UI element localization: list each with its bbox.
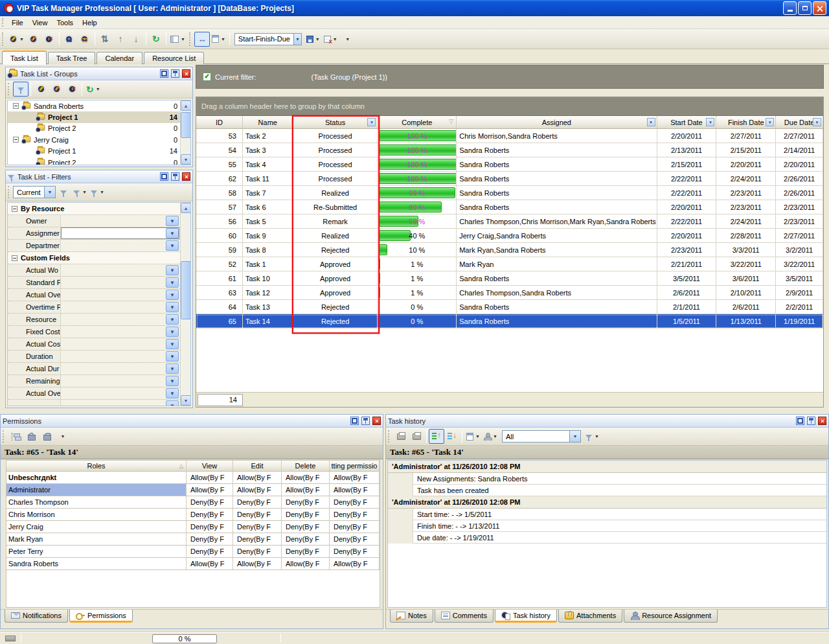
new-task-button[interactable]: ▼ (7, 32, 26, 47)
chevron-down-icon[interactable]: ▼ (166, 302, 179, 312)
chevron-down-icon[interactable]: ▼ (293, 34, 301, 45)
filter-row[interactable]: Actual Ove ▼ (8, 387, 190, 400)
panel-close-button[interactable] (182, 69, 190, 78)
minimize-button[interactable] (783, 1, 797, 15)
delete-group-button[interactable]: x (64, 82, 80, 97)
filter-field-value[interactable] (61, 351, 179, 362)
filter-field-value[interactable] (61, 363, 179, 374)
filter-row[interactable]: Standard F ▼ (8, 277, 190, 289)
filter-chevron-icon[interactable]: ▼ (706, 118, 714, 126)
main-tab[interactable]: Resource List (144, 52, 204, 64)
column-header-due-date[interactable]: Due Date▼ (776, 116, 823, 128)
task-row[interactable]: 59 Task 8 Rejected 10 % Mark Ryan,Sandra… (196, 243, 823, 257)
filter-funnel-icon[interactable]: ▽ (449, 118, 453, 124)
panel-close-button[interactable] (182, 172, 190, 181)
filter-row[interactable]: Actual Cos ▼ (8, 338, 190, 351)
filter-row[interactable]: Resource ▼ (8, 314, 190, 326)
main-tab[interactable]: Task Tree (48, 52, 96, 64)
filter-field-value[interactable] (61, 264, 179, 276)
tree-scrollbar[interactable]: ▲ ▼ (180, 100, 190, 165)
column-header-setting-permission[interactable]: tting permissio (330, 461, 380, 471)
chevron-down-icon[interactable]: ▼ (166, 228, 179, 238)
print-preview-button[interactable] (409, 429, 424, 444)
filter-field-value[interactable] (61, 387, 179, 399)
fit-columns-button[interactable]: ↔ (194, 32, 210, 47)
task-row[interactable]: 64 Task 13 Rejected 0 % Sandra Roberts 2… (196, 300, 823, 314)
save-view-button[interactable]: ▼ (304, 32, 322, 47)
column-header-complete[interactable]: Complete▽ (378, 116, 457, 128)
allow-button[interactable] (23, 429, 39, 444)
clear-filter-button[interactable]: ▼ (89, 185, 106, 200)
chevron-down-icon[interactable]: ▼ (166, 327, 179, 337)
chevron-down-icon[interactable]: ▼ (166, 290, 179, 300)
tree-node[interactable]: Jerry Craig 0 (8, 134, 190, 145)
menu-item[interactable]: Tools (52, 17, 78, 28)
chevron-down-icon[interactable]: ▼ (166, 351, 179, 362)
edit-group-button[interactable] (49, 82, 64, 97)
filter-preset-combobox[interactable]: Current ▼ (13, 186, 56, 198)
scroll-up-icon[interactable]: ▲ (181, 203, 191, 213)
filter-field-value[interactable] (61, 227, 179, 239)
user-filter-button[interactable]: ▼ (482, 429, 499, 444)
bottom-tab[interactable]: Resource Assignment (624, 610, 718, 623)
filter-row[interactable]: Duration ▼ (8, 351, 190, 363)
menu-item[interactable]: View (28, 17, 52, 28)
main-tab[interactable]: Calendar (97, 52, 142, 64)
filter-row[interactable]: Owner ▼ (8, 215, 190, 227)
print-button[interactable] (393, 429, 409, 444)
permission-row[interactable]: Charles Thompson Deny(By F Deny(By F Den… (6, 496, 380, 509)
permission-row[interactable]: Administrator Allow(By F Allow(By F Allo… (6, 484, 380, 496)
filter-row[interactable]: Departmer ▼ (8, 240, 190, 252)
task-row[interactable]: 56 Task 5 Remark 50 % Charles Thompson,C… (196, 214, 823, 229)
chevron-down-icon[interactable]: ▼ (166, 388, 179, 398)
move-updown-button[interactable]: ⇅ (97, 32, 113, 47)
view-preset-combobox[interactable]: Start-Finish-Due ▼ (234, 33, 302, 45)
refresh-button[interactable]: ↻ (148, 32, 164, 47)
panel-minimize-button[interactable] (796, 417, 804, 425)
panel-close-button[interactable] (818, 417, 826, 425)
move-down-button[interactable]: ↓ (128, 32, 144, 47)
group-collapse-icon[interactable] (12, 206, 17, 212)
scroll-thumb[interactable] (181, 112, 191, 138)
panel-pin-button[interactable] (171, 69, 179, 78)
bottom-tab[interactable]: Task history (495, 610, 557, 623)
task-row[interactable]: 52 Task 1 Approved 1 % Mark Ryan 2/21/20… (196, 257, 823, 271)
filter-field-value[interactable] (61, 289, 179, 301)
panel-close-button[interactable] (372, 417, 381, 425)
scroll-down-icon[interactable]: ▼ (181, 395, 191, 406)
bottom-tab[interactable]: Notifications (5, 610, 68, 623)
columns-button[interactable]: ▼ (210, 32, 227, 47)
task-row[interactable]: 55 Task 4 Processed 100 % Sandra Roberts… (196, 157, 823, 172)
current-filter-checkbox[interactable] (203, 73, 211, 81)
filter-row[interactable]: ▼ (8, 400, 190, 406)
deny-button[interactable] (39, 429, 54, 444)
delete-task-button[interactable]: x (41, 32, 57, 47)
panel-pin-button[interactable] (361, 417, 370, 425)
tree-node[interactable]: Project 2 0 (8, 123, 190, 134)
filter-field-value[interactable] (61, 400, 179, 406)
task-row[interactable]: 60 Task 9 Realized 40 % Jerry Craig,Sand… (196, 229, 823, 243)
tree-node[interactable]: Project 2 0 (8, 157, 190, 165)
chevron-down-icon[interactable]: ▼ (569, 431, 580, 442)
menu-item[interactable]: File (7, 17, 28, 28)
task-row[interactable]: 58 Task 7 Realized 99 % Sandra Roberts 2… (196, 186, 823, 200)
bottom-tab[interactable]: Attachments (558, 610, 622, 623)
column-header-status[interactable]: Status▼ (293, 116, 378, 128)
close-button[interactable] (813, 1, 826, 15)
task-row[interactable]: 53 Task 2 Processed 100 % Chris Morrison… (196, 129, 823, 143)
panel-pin-button[interactable] (807, 417, 815, 425)
tree-expander-icon[interactable] (13, 103, 19, 109)
filter-field-value[interactable] (61, 338, 179, 350)
permission-row[interactable]: Mark Ryan Deny(By F Deny(By F Deny(By F … (6, 533, 380, 546)
chevron-down-icon[interactable]: ▼ (166, 363, 179, 374)
filter-chevron-icon[interactable]: ▼ (766, 118, 774, 126)
restore-button[interactable] (798, 1, 812, 15)
filter-chevron-icon[interactable]: ▼ (813, 118, 821, 126)
filters-scrollbar[interactable]: ▲ ▼ (180, 203, 190, 406)
chevron-down-icon[interactable]: ▼ (166, 277, 179, 288)
main-tab[interactable]: Task List (2, 51, 47, 65)
filter-row[interactable]: Actual Dur ▼ (8, 363, 190, 375)
sort-ascending-button[interactable]: ↑ (429, 429, 444, 444)
task-row[interactable]: 65 Task 14 Rejected 0 % Sandra Roberts 1… (196, 314, 823, 328)
column-header-start-date[interactable]: Start Date▼ (657, 116, 717, 128)
